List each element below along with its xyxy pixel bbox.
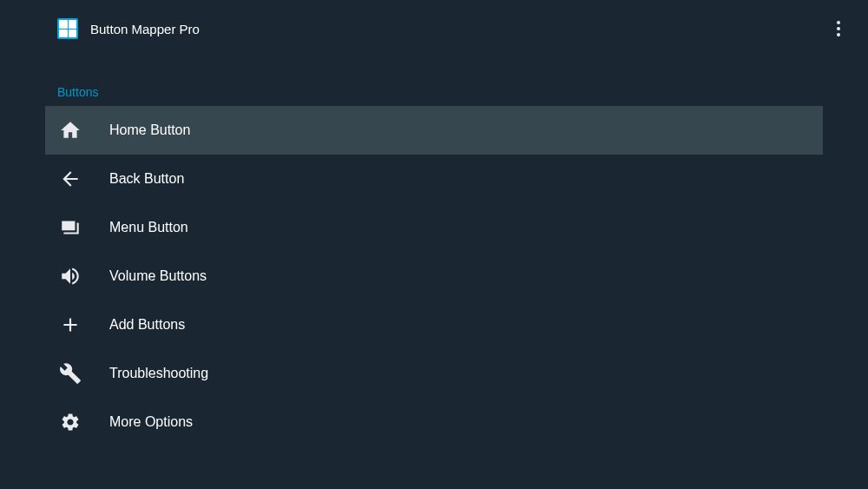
app-icon xyxy=(57,18,78,39)
menu-item-troubleshooting[interactable]: Troubleshooting xyxy=(0,349,868,398)
tools-icon xyxy=(57,360,83,387)
settings-icon xyxy=(57,409,83,435)
menu-item-label: Menu Button xyxy=(109,220,188,235)
home-icon xyxy=(57,117,83,143)
section-header: Buttons xyxy=(0,52,868,106)
menu-item-label: Troubleshooting xyxy=(109,366,208,381)
menu-list: Home Button Back Button Menu Button Volu… xyxy=(0,106,868,446)
menu-item-back-button[interactable]: Back Button xyxy=(0,155,868,203)
menu-item-label: Volume Buttons xyxy=(109,268,207,284)
menu-item-volume-buttons[interactable]: Volume Buttons xyxy=(0,252,868,301)
menu-item-more-options[interactable]: More Options xyxy=(0,398,868,446)
header-left: Button Mapper Pro xyxy=(57,18,200,39)
app-title: Button Mapper Pro xyxy=(90,22,200,36)
menu-icon xyxy=(57,215,83,241)
more-menu-button[interactable] xyxy=(830,14,847,43)
menu-item-home-button[interactable]: Home Button xyxy=(45,106,823,155)
more-vert-icon xyxy=(837,21,840,24)
menu-item-label: Home Button xyxy=(109,122,190,138)
menu-item-add-buttons[interactable]: Add Buttons xyxy=(0,301,868,349)
menu-item-label: Add Buttons xyxy=(109,317,185,333)
app-header: Button Mapper Pro xyxy=(0,0,868,52)
menu-item-menu-button[interactable]: Menu Button xyxy=(0,203,868,252)
back-icon xyxy=(57,166,83,192)
menu-item-label: More Options xyxy=(109,414,193,430)
plus-icon xyxy=(57,312,83,338)
menu-item-label: Back Button xyxy=(109,171,184,187)
volume-icon xyxy=(57,263,83,289)
